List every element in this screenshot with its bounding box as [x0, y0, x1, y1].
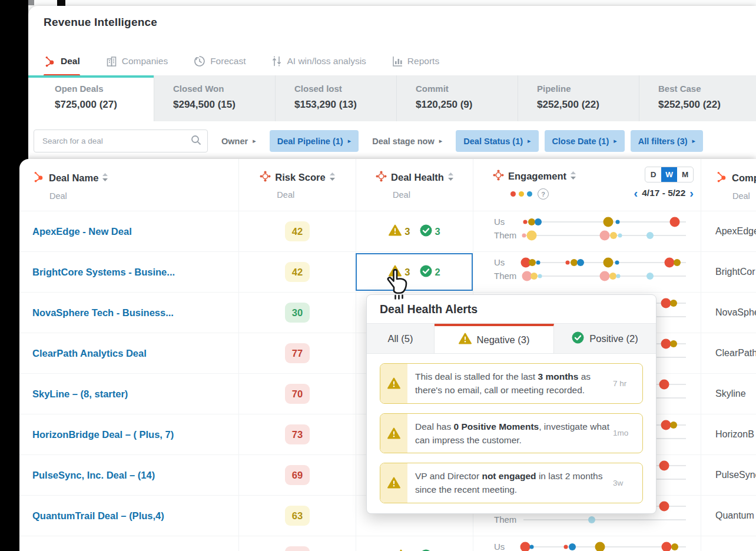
sort-icon[interactable]	[448, 172, 453, 183]
sort-icon[interactable]	[102, 173, 108, 184]
search-input[interactable]	[41, 136, 191, 146]
engagement-us-line: Us	[473, 255, 701, 269]
engagement-them-line: Them	[473, 228, 701, 242]
deal-name-link[interactable]: ClearPath Analytics Deal	[32, 348, 147, 359]
help-icon[interactable]: ?	[538, 188, 549, 200]
deal-name-cell: HorizonBridge Deal – ( Plus, 7)	[19, 414, 238, 454]
engagement-dot	[615, 260, 619, 264]
filter-owner[interactable]: Owner▸	[214, 130, 264, 152]
company-cell: Skyline	[701, 374, 756, 414]
engagement-dot	[661, 420, 671, 430]
tab-ai-win-loss[interactable]: AI win/loss analysis	[271, 53, 366, 69]
engagement-dot	[671, 543, 678, 550]
tab-companies[interactable]: Companies	[106, 53, 168, 69]
filter-label: Deal Status (1)	[463, 137, 523, 146]
granularity-m[interactable]: M	[677, 167, 693, 182]
summary-card-best-case[interactable]: Best Case$252,500 (22)	[639, 75, 756, 121]
engagement-cell: UsThem	[473, 252, 701, 292]
date-prev-icon[interactable]: ‹	[634, 187, 638, 199]
deal-health-cell[interactable]: 33	[356, 211, 473, 251]
alert-tab-label: Positive (2)	[589, 333, 638, 344]
filter-close-date-1[interactable]: Close Date (1)▸	[545, 130, 625, 152]
warning-icon	[389, 224, 402, 238]
granularity-d[interactable]: D	[645, 167, 661, 182]
reports-icon	[392, 56, 403, 67]
alert-tab-all-5[interactable]: All (5)	[367, 324, 435, 353]
deal-name-link[interactable]: BrightCore Systems - Busine...	[32, 267, 175, 278]
column-header-engagement[interactable]: Engagement ? DWM ‹ 4/17 - 5/22 ›	[473, 159, 701, 211]
check-icon	[420, 549, 432, 551]
warning-icon	[380, 364, 407, 403]
deal-health-icon	[376, 171, 387, 184]
column-header-risk-score[interactable]: Risk Score Deal	[238, 159, 356, 211]
alert-text-segment: Deal has	[415, 421, 453, 431]
engagement-track	[523, 276, 686, 277]
page-title: Revenue Intelligence	[44, 16, 157, 29]
column-header-company[interactable]: Comp Deal	[701, 159, 756, 211]
summary-card-open-deals[interactable]: Open Deals$725,000 (27)	[28, 75, 154, 121]
tab-deal[interactable]: Deal	[44, 53, 80, 69]
alert-text: VP and Director not engaged in last 2 mo…	[407, 463, 613, 503]
positive-count: 3	[435, 226, 440, 237]
search-icon[interactable]	[191, 135, 201, 148]
deal-health-cell[interactable]	[356, 536, 473, 551]
summary-card-value: $153,290 (13)	[294, 99, 396, 111]
legend-dot	[527, 191, 532, 197]
sort-icon[interactable]	[571, 171, 576, 182]
filter-deal-stage-now[interactable]: Deal stage now▸	[364, 130, 450, 152]
filter-label: Close Date (1)	[552, 137, 609, 146]
filter-deal-status-1[interactable]: Deal Status (1)▸	[456, 130, 538, 152]
alert-tab-positive-2[interactable]: Positive (2)	[554, 324, 656, 353]
deal-name-link[interactable]: SkyLine – (8, starter)	[32, 389, 128, 400]
deal-health-cell[interactable]: 32	[356, 252, 473, 292]
alert-card[interactable]: This deal is stalled for the last 3 mont…	[380, 363, 643, 404]
summary-card-closed-won[interactable]: Closed Won$294,500 (15)	[154, 75, 275, 121]
deal-name-link[interactable]: NovaSphere Tech - Business...	[32, 307, 174, 318]
engagement-dot	[600, 271, 610, 281]
deal-name-link[interactable]: QuantumTrail Deal – (Plus,4)	[32, 510, 164, 522]
table-row: UsThem	[19, 536, 756, 551]
column-header-deal-name[interactable]: Deal Name Deal	[19, 159, 238, 211]
column-header-deal-health[interactable]: Deal Health Deal	[356, 159, 473, 211]
selected-cell-ring	[356, 253, 473, 291]
alert-tab-negative-3[interactable]: Negative (3)	[435, 324, 554, 353]
deal-search[interactable]	[34, 130, 208, 152]
alert-text-segment: not engaged	[482, 471, 536, 481]
filter-deal-pipeline-1[interactable]: Deal Pipeline (1)▸	[270, 130, 359, 152]
engagement-dot	[529, 259, 536, 266]
risk-score-cell: 69	[238, 455, 356, 495]
tab-reports[interactable]: Reports	[392, 53, 439, 69]
alert-card[interactable]: Deal has 0 Positive Moments, investigate…	[380, 413, 643, 454]
engagement-dot	[536, 260, 540, 264]
summary-card-commit[interactable]: Commit$120,250 (9)	[396, 75, 518, 121]
column-subtitle: Deal	[49, 191, 238, 201]
column-title: Risk Score	[275, 172, 325, 183]
granularity-w[interactable]: W	[661, 167, 677, 182]
engagement-track	[523, 221, 686, 223]
deal-name-cell	[19, 536, 238, 551]
deal-name-cell: PulseSync, Inc. Deal – (14)	[19, 455, 238, 495]
deal-name-link[interactable]: ApexEdge - New Deal	[32, 226, 132, 237]
summary-card-closed-lost[interactable]: Closed lost$153,290 (13)	[275, 75, 396, 121]
alert-card[interactable]: VP and Director not engaged in last 2 mo…	[380, 463, 643, 503]
engagement-cell: UsThem	[473, 211, 701, 251]
company-cell: ApexEdge	[701, 211, 756, 251]
date-range: 4/17 - 5/22	[642, 188, 685, 198]
date-next-icon[interactable]: ›	[689, 187, 694, 199]
caret-right-icon: ▸	[439, 137, 443, 145]
filter-all-filters-3[interactable]: All filters (3)▸	[631, 130, 703, 152]
engagement-dot	[616, 274, 621, 278]
deal-name-link[interactable]: PulseSync, Inc. Deal – (14)	[32, 470, 155, 481]
deal-name-cell: NovaSphere Tech - Business...	[19, 293, 238, 333]
risk-score-cell: 30	[238, 293, 356, 333]
summary-card-pipeline[interactable]: Pipeline$252,500 (22)	[518, 75, 639, 121]
summary-card-value: $725,000 (27)	[55, 99, 154, 111]
engagement-dot	[522, 233, 526, 237]
engagement-dot	[577, 259, 584, 266]
risk-score-cell: 42	[238, 211, 356, 251]
deal-name-link[interactable]: HorizonBridge Deal – ( Plus, 7)	[32, 429, 174, 440]
sort-icon[interactable]	[330, 172, 335, 183]
engagement-track	[523, 235, 686, 236]
tab-label: Companies	[122, 56, 168, 67]
tab-forecast[interactable]: Forecast	[194, 53, 246, 69]
